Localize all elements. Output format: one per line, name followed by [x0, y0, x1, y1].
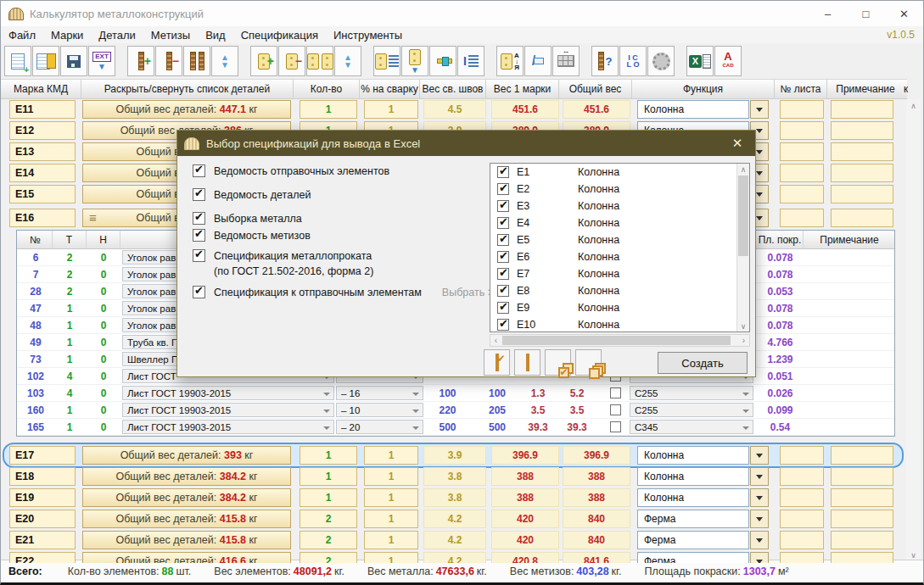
list-scroll-right-icon[interactable]: ›: [738, 335, 749, 346]
element-checkbox[interactable]: [497, 268, 509, 280]
element-checkbox[interactable]: [497, 302, 509, 314]
element-checkbox[interactable]: [497, 285, 509, 297]
option-checkbox[interactable]: [193, 212, 205, 225]
vertical-scrollbar[interactable]: ∧ ∨: [906, 99, 921, 562]
list-vertical-scrollbar[interactable]: ∧ ∨: [736, 164, 749, 332]
toggle-details-button[interactable]: Общий вес деталей: 393 кг: [82, 446, 291, 465]
list-scroll-thumb[interactable]: [738, 176, 748, 256]
element-checkbox[interactable]: [497, 200, 509, 212]
option-checkbox[interactable]: [193, 188, 205, 201]
detail-header-t[interactable]: Т: [53, 231, 87, 248]
check-group-button[interactable]: [545, 349, 571, 376]
sheet-number-field[interactable]: [780, 446, 824, 465]
sheet-number-field[interactable]: [780, 142, 824, 161]
toggle-details-button[interactable]: Общий вес деталей: 384.2 кг: [82, 488, 291, 507]
detail-name-dropdown[interactable]: Лист ГОСТ 19903-2015: [122, 403, 334, 417]
element-checkbox[interactable]: [497, 319, 509, 331]
check-all-button[interactable]: [484, 349, 510, 376]
list-scroll-up-icon[interactable]: ∧: [737, 164, 749, 175]
detail-steel-dropdown[interactable]: С345: [630, 420, 753, 434]
function-dropdown-arrow[interactable]: [750, 488, 769, 507]
detail-header-n[interactable]: Н: [87, 231, 120, 248]
header-note[interactable]: Примечание: [827, 80, 904, 98]
element-checkbox[interactable]: [497, 183, 509, 195]
detail-checkbox[interactable]: [610, 421, 621, 432]
note-field[interactable]: [831, 552, 893, 563]
toggle-details-button[interactable]: Общий вес деталей: 447.1 кг: [82, 100, 291, 119]
note-field[interactable]: [831, 121, 893, 140]
header-total-weight[interactable]: Общий вес: [559, 80, 632, 98]
detail-remove-button[interactable]: −: [278, 46, 305, 76]
list-scroll-down-icon[interactable]: ∨: [737, 320, 749, 332]
mark-add-button[interactable]: +: [127, 46, 154, 76]
autocad-button[interactable]: ACAD: [714, 46, 742, 76]
sheet-number-field[interactable]: [780, 552, 824, 563]
menu-item-1[interactable]: Файл: [1, 29, 43, 42]
element-checkbox[interactable]: [497, 234, 509, 246]
note-field[interactable]: [831, 488, 893, 507]
function-dropdown[interactable]: Ферма: [637, 552, 749, 563]
detail-add-button[interactable]: +: [250, 46, 277, 76]
toggle-details-button[interactable]: Общий вес деталей: 416.6 кг: [82, 552, 291, 563]
detail-checkbox[interactable]: [610, 387, 621, 398]
note-field[interactable]: [831, 185, 893, 203]
edit-line-button[interactable]: /: [524, 46, 552, 76]
new-doc-button[interactable]: +: [4, 46, 31, 76]
header-toggle[interactable]: Раскрыть/свернуть список деталей: [81, 80, 294, 98]
header-weld-pct[interactable]: % на сварку: [360, 80, 420, 98]
function-dropdown-arrow[interactable]: [750, 467, 769, 486]
mark-remove-button[interactable]: −: [155, 46, 182, 76]
bolt-button[interactable]: [429, 46, 456, 76]
function-dropdown[interactable]: Колонна: [637, 100, 749, 119]
function-dropdown-arrow[interactable]: [750, 510, 769, 528]
copy-group-button[interactable]: [575, 349, 602, 376]
option-checkbox[interactable]: [193, 249, 205, 262]
create-button[interactable]: Создать: [658, 352, 748, 374]
export-ext-button[interactable]: EXT▼: [88, 46, 115, 76]
sheet-number-field[interactable]: [780, 531, 824, 549]
function-dropdown-arrow[interactable]: [750, 531, 769, 549]
detail-checkbox[interactable]: [610, 404, 621, 415]
note-field[interactable]: [831, 100, 893, 119]
function-dropdown-arrow[interactable]: [750, 446, 769, 465]
function-dropdown[interactable]: Ферма: [637, 531, 749, 549]
list-hscroll-thumb[interactable]: [502, 336, 731, 345]
detail-size-dropdown[interactable]: – 16: [336, 386, 423, 400]
maximize-button[interactable]: □: [847, 1, 885, 26]
detail-list-button[interactable]: [373, 46, 400, 76]
header-weld-weight[interactable]: Вес св. швов: [420, 80, 486, 98]
detail-header-coat[interactable]: Пл. покр.: [757, 231, 804, 248]
function-dropdown[interactable]: Колонна: [637, 488, 749, 507]
note-field[interactable]: [831, 164, 893, 182]
menu-item-5[interactable]: Вид: [198, 29, 233, 42]
detail-steel-dropdown[interactable]: С255: [630, 386, 753, 400]
header-sheet[interactable]: № листа: [775, 80, 827, 98]
settings-gear-button[interactable]: [647, 46, 675, 76]
toggle-details-button[interactable]: Общий вес деталей: 384.2 кг: [82, 467, 291, 486]
sheet-number-field[interactable]: [780, 164, 824, 182]
note-field[interactable]: [831, 510, 893, 528]
mark-move-button[interactable]: ▲▼: [211, 46, 238, 76]
detail-steel-dropdown[interactable]: С255: [630, 403, 753, 417]
header-qty[interactable]: Кол-во: [294, 80, 360, 98]
sheet-number-field[interactable]: [780, 467, 824, 486]
function-dropdown[interactable]: Колонна: [637, 467, 749, 486]
toggle-details-button[interactable]: Общий вес деталей: 415.8 кг: [82, 531, 291, 549]
detail-name-dropdown[interactable]: Лист ГОСТ 19903-2015: [122, 420, 334, 434]
list-scroll-left-icon[interactable]: ‹: [490, 335, 501, 346]
list-horizontal-scrollbar[interactable]: ‹ ›: [490, 334, 750, 347]
minimize-button[interactable]: –: [809, 1, 847, 26]
note-field[interactable]: [831, 142, 893, 161]
menu-item-6[interactable]: Спецификация: [233, 29, 326, 42]
sheet-number-field[interactable]: [780, 185, 824, 203]
uncheck-all-button[interactable]: [514, 349, 540, 376]
close-button[interactable]: ✕: [885, 1, 923, 26]
toggle-details-button[interactable]: Общий вес деталей: 415.8 кг: [82, 510, 291, 528]
save-button[interactable]: [60, 46, 87, 76]
function-dropdown-arrow[interactable]: [750, 100, 769, 119]
detail-header-note[interactable]: Примечание: [805, 231, 893, 248]
find-profile-button[interactable]: ?: [591, 46, 619, 76]
sheet-number-field[interactable]: [780, 209, 824, 227]
dialog-close-button[interactable]: ✕: [720, 131, 755, 156]
sheet-number-field[interactable]: [780, 510, 824, 528]
